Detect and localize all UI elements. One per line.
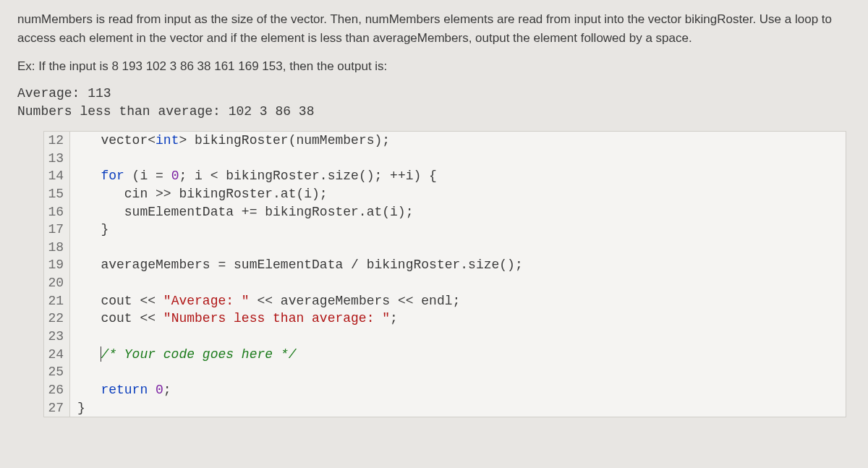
line-number: 27 [44, 399, 70, 417]
code-text[interactable]: cout << "Numbers less than average: "; [70, 310, 398, 328]
token [77, 169, 101, 183]
token: cin >> bikingRoster.at(i); [77, 187, 328, 201]
line-number: 16 [44, 203, 70, 221]
expected-output: Average: 113 Numbers less than average: … [17, 85, 851, 121]
code-line[interactable]: 16 sumElementData += bikingRoster.at(i); [44, 203, 846, 221]
code-text[interactable] [70, 328, 77, 346]
token: } [77, 222, 109, 237]
token: ; [390, 311, 398, 326]
token: } [77, 401, 85, 415]
prompt-text: numMembers is read from input as the siz… [17, 10, 851, 47]
line-number: 25 [44, 363, 70, 381]
code-text[interactable]: sumElementData += bikingRoster.at(i); [70, 203, 413, 221]
token [148, 383, 156, 397]
code-line[interactable]: 13 [44, 150, 846, 168]
line-number: 24 [44, 346, 70, 364]
line-number: 22 [44, 310, 70, 328]
token-str: "Numbers less than average: " [163, 311, 390, 326]
token: cout << [77, 294, 163, 308]
token: (i = [124, 169, 171, 183]
token-type: int [156, 133, 179, 148]
output-line-2: Numbers less than average: 102 3 86 38 [17, 103, 851, 121]
line-number: 12 [44, 132, 70, 150]
token-comment: /* Your code goes here */ [101, 347, 296, 362]
code-text[interactable]: cout << "Average: " << averageMembers <<… [70, 292, 460, 310]
code-text[interactable]: averageMembers = sumElementData / biking… [70, 256, 523, 274]
token: sumElementData += bikingRoster.at(i); [77, 205, 413, 219]
line-number: 18 [44, 239, 70, 257]
code-text[interactable]: } [70, 221, 109, 239]
line-number: 17 [44, 221, 70, 239]
output-line-1: Average: 113 [17, 85, 851, 103]
code-line[interactable]: 20 [44, 274, 846, 292]
code-line[interactable]: 12 vector<int> bikingRoster(numMembers); [44, 132, 846, 150]
code-text[interactable]: cin >> bikingRoster.at(i); [70, 185, 328, 203]
token [77, 347, 101, 362]
code-editor[interactable]: 12 vector<int> bikingRoster(numMembers);… [43, 131, 846, 418]
token [77, 383, 101, 397]
line-number: 19 [44, 256, 70, 274]
line-number: 15 [44, 185, 70, 203]
code-line[interactable]: 14 for (i = 0; i < bikingRoster.size(); … [44, 167, 846, 185]
token-kw: return [101, 383, 148, 397]
token: ; [163, 383, 171, 397]
code-text[interactable]: } [70, 399, 85, 417]
code-text[interactable] [70, 150, 77, 168]
code-text[interactable]: /* Your code goes here */ [70, 346, 296, 364]
line-number: 23 [44, 328, 70, 346]
code-line[interactable]: 21 cout << "Average: " << averageMembers… [44, 292, 846, 310]
code-line[interactable]: 17 } [44, 221, 846, 239]
token-str: "Average: " [163, 294, 250, 308]
token: vector< [77, 133, 156, 148]
line-number: 26 [44, 381, 70, 399]
token-num: 0 [156, 383, 163, 397]
code-text[interactable] [70, 239, 77, 257]
code-text[interactable] [70, 274, 77, 292]
code-text[interactable]: vector<int> bikingRoster(numMembers); [70, 132, 390, 150]
line-number: 20 [44, 274, 70, 292]
code-line[interactable]: 25 [44, 363, 846, 381]
code-line[interactable]: 24 /* Your code goes here */ [44, 346, 846, 364]
token: << averageMembers << endl; [250, 294, 461, 308]
code-line[interactable]: 22 cout << "Numbers less than average: "… [44, 310, 846, 328]
token: ; i < bikingRoster.size(); ++i) { [179, 169, 436, 183]
line-number: 14 [44, 167, 70, 185]
token: > bikingRoster(numMembers); [179, 133, 390, 148]
code-line[interactable]: 23 [44, 328, 846, 346]
code-text[interactable]: return 0; [70, 381, 171, 399]
token: cout << [77, 311, 163, 326]
example-label: Ex: If the input is 8 193 102 3 86 38 16… [17, 57, 851, 76]
problem-prompt: numMembers is read from input as the siz… [17, 10, 851, 47]
token: averageMembers = sumElementData / biking… [77, 258, 523, 272]
code-line[interactable]: 19 averageMembers = sumElementData / bik… [44, 256, 846, 274]
code-line[interactable]: 18 [44, 239, 846, 257]
code-line[interactable]: 15 cin >> bikingRoster.at(i); [44, 185, 846, 203]
code-text[interactable] [70, 363, 77, 381]
line-number: 21 [44, 292, 70, 310]
code-line[interactable]: 26 return 0; [44, 381, 846, 399]
token-kw: for [101, 169, 124, 183]
line-number: 13 [44, 150, 70, 168]
token-num: 0 [171, 169, 179, 183]
code-line[interactable]: 27} [44, 399, 846, 417]
code-text[interactable]: for (i = 0; i < bikingRoster.size(); ++i… [70, 167, 437, 185]
